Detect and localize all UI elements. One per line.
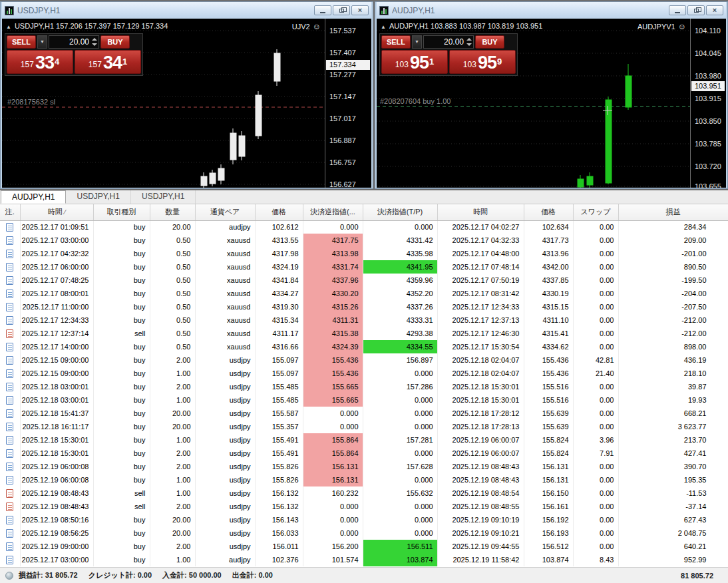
cell-profit: 640.21 [618, 540, 728, 553]
close-button[interactable]: × [351, 5, 369, 15]
history-row[interactable]: 2025.12.17 04:32:32buy0.50xauusd4317.984… [0, 247, 728, 260]
buy-price-button[interactable]: 103959 [449, 50, 516, 74]
history-row[interactable]: 2025.12.17 01:09:51buy20.00audjpy102.612… [0, 220, 728, 234]
cell-tp: 156.897 [363, 353, 437, 367]
sell-price-button[interactable]: 103951 [381, 50, 448, 74]
one-click-trading-panel: SELL ▼ 20.00 BUY 103951 103959 [379, 33, 518, 76]
volume-input[interactable]: 20.00 [423, 35, 474, 49]
col-type[interactable]: 取引種別 [93, 204, 150, 220]
history-row[interactable]: 2025.12.19 06:00:08buy1.00usdjpy155.8261… [0, 473, 728, 486]
cell-tp: 4333.31 [363, 313, 437, 327]
cell-symbol: xauusd [195, 313, 255, 327]
buy-price-button[interactable]: 157341 [75, 50, 141, 74]
cell-open_time: 2025.12.17 03:00:00 [20, 234, 93, 247]
cell-close_price: 155.516 [524, 380, 573, 393]
cell-order-icon [0, 407, 20, 420]
history-row[interactable]: 2025.12.19 08:56:25buy20.00usdjpy156.033… [0, 526, 728, 540]
cell-close_time: 2025.12.18 02:04:07 [437, 353, 524, 367]
cell-swap: 0.00 [573, 473, 618, 486]
col-close-price[interactable]: 価格 [524, 204, 573, 220]
connection-status-icon [5, 572, 13, 580]
cell-type: buy [93, 553, 150, 566]
cell-sl: 155.864 [303, 447, 363, 460]
tab-audjpy-h1[interactable]: AUDJPY,H1 [1, 190, 66, 204]
minimize-button[interactable] [314, 5, 331, 15]
sell-button[interactable]: SELL [381, 35, 411, 49]
history-row[interactable]: 2025.12.18 15:30:01buy1.00usdjpy155.4911… [0, 433, 728, 447]
panel-toggle-icon[interactable]: ▲ [6, 24, 11, 30]
history-row[interactable]: 2025.12.17 14:00:00buy0.50xauusd4316.664… [0, 340, 728, 353]
cell-swap: 0.00 [573, 220, 618, 234]
volume-input[interactable]: 20.00 [49, 35, 99, 49]
history-row[interactable]: 2025.12.19 08:50:16buy20.00usdjpy156.143… [0, 513, 728, 526]
col-tp[interactable]: 決済指値(T/P) [363, 204, 437, 220]
col-swap[interactable]: スワップ [573, 204, 618, 220]
history-row[interactable]: 2025.12.15 09:00:00buy1.00usdjpy155.0971… [0, 367, 728, 380]
sell-price-button[interactable]: 157334 [7, 50, 73, 74]
history-row[interactable]: 2025.12.18 03:00:01buy1.00usdjpy155.4851… [0, 393, 728, 407]
window-titlebar[interactable]: USDJPY,H1 × [2, 2, 371, 19]
chart-canvas[interactable]: ▲AUDJPY,H1 103.883 103.987 103.819 103.9… [377, 19, 726, 188]
volume-spinner[interactable] [465, 37, 472, 47]
cell-tp: 0.000 [363, 393, 437, 407]
order-type-icon [6, 263, 13, 272]
volume-dropdown-button[interactable]: ▼ [37, 35, 47, 49]
cell-open_price: 155.097 [255, 367, 303, 380]
history-row[interactable]: 2025.12.18 16:11:17buy20.00usdjpy155.357… [0, 420, 728, 433]
cell-volume: 20.00 [150, 407, 195, 420]
col-symbol[interactable]: 通貨ペア [195, 204, 255, 220]
col-close-time[interactable]: 時間 [437, 204, 524, 220]
history-row[interactable]: 2025.12.18 15:30:01buy2.00usdjpy155.4911… [0, 447, 728, 460]
history-row[interactable]: 2025.12.15 09:00:00buy2.00usdjpy155.0971… [0, 353, 728, 367]
price-axis[interactable]: 157.537 157.407 157.277 157.147 157.017 … [325, 19, 371, 188]
cell-open_price: 155.587 [255, 407, 303, 420]
history-row[interactable]: 2025.12.17 03:00:00buy0.50xauusd4313.554… [0, 234, 728, 247]
history-row[interactable]: 2025.12.17 07:48:25buy0.50xauusd4341.844… [0, 274, 728, 287]
candles [578, 64, 632, 188]
restore-button[interactable] [687, 5, 705, 15]
history-row[interactable]: 2025.12.19 08:48:43sell2.00usdjpy156.132… [0, 500, 728, 513]
col-open-time[interactable]: 時間∕ [20, 204, 93, 220]
cell-symbol: usdjpy [195, 393, 255, 407]
window-titlebar[interactable]: AUDJPY,H1 × [377, 2, 726, 19]
history-row[interactable]: 2025.12.19 09:00:00buy2.00usdjpy156.0111… [0, 540, 728, 553]
cell-tp: 0.000 [363, 447, 437, 460]
buy-button[interactable]: BUY [100, 35, 130, 49]
close-button[interactable]: × [706, 5, 723, 15]
buy-button[interactable]: BUY [475, 35, 504, 49]
order-type-icon [6, 369, 13, 378]
cell-sl: 0.000 [303, 407, 363, 420]
history-row[interactable]: 2025.12.19 08:48:43sell1.00usdjpy156.132… [0, 486, 728, 500]
sell-button[interactable]: SELL [7, 35, 36, 49]
history-row[interactable]: 2025.12.18 03:00:01buy2.00usdjpy155.4851… [0, 380, 728, 393]
tab-usdjpy-h1-2[interactable]: USDJPY,H1 [131, 190, 196, 204]
col-open-price[interactable]: 価格 [255, 204, 303, 220]
col-order[interactable]: 注. [0, 204, 20, 220]
history-row[interactable]: 2025.12.17 12:34:33buy0.50xauusd4315.344… [0, 313, 728, 327]
history-row[interactable]: 2025.12.17 12:37:14sell0.50xauusd4311.17… [0, 327, 728, 340]
cell-symbol: usdjpy [195, 526, 255, 540]
volume-spinner[interactable] [91, 37, 98, 47]
cell-close_price: 155.436 [524, 367, 573, 380]
cell-close_price: 156.192 [524, 513, 573, 526]
col-volume[interactable]: 数量 [150, 204, 195, 220]
cell-order-icon [0, 247, 20, 260]
history-row[interactable]: 2025.12.18 15:41:37buy20.00usdjpy155.587… [0, 407, 728, 420]
tab-usdjpy-h1[interactable]: USDJPY,H1 [66, 190, 130, 204]
panel-toggle-icon[interactable]: ▲ [381, 24, 386, 30]
volume-dropdown-button[interactable]: ▼ [412, 35, 422, 49]
history-row[interactable]: 2025.12.17 08:00:01buy0.50xauusd4334.274… [0, 287, 728, 300]
col-sl[interactable]: 決済逆指値(... [303, 204, 363, 220]
col-profit[interactable]: 損益 [618, 204, 728, 220]
restore-button[interactable] [333, 5, 350, 15]
history-row[interactable]: 2025.12.19 06:00:08buy2.00usdjpy155.8261… [0, 460, 728, 473]
history-row[interactable]: 2025.12.17 06:00:00buy0.50xauusd4324.194… [0, 260, 728, 274]
cell-order-icon [0, 380, 20, 393]
price-axis[interactable]: 104.110 104.045 103.980 103.915 103.850 … [690, 19, 726, 188]
minimize-button[interactable] [669, 5, 686, 15]
history-row[interactable]: 2025.12.17 11:00:00buy0.50xauusd4319.304… [0, 300, 728, 313]
history-row[interactable]: 2025.12.17 03:00:00buy1.00audjpy102.3761… [0, 553, 728, 566]
chart-canvas[interactable]: ▲USDJPY,H1 157.206 157.397 157.129 157.3… [2, 19, 371, 188]
cell-symbol: xauusd [195, 300, 255, 313]
cell-close_time: 2025.12.18 02:04:07 [437, 367, 524, 380]
